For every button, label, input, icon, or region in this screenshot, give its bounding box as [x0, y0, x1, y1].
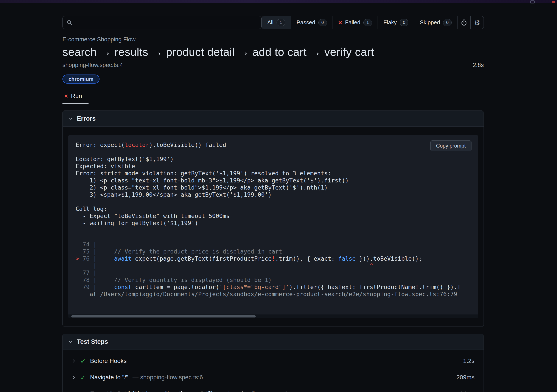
- failed-x-icon: ×: [338, 19, 342, 26]
- toolbar: All 1 Passed 0 × Failed 1 Flaky 0 Skippe…: [62, 16, 484, 29]
- search-icon: [66, 20, 73, 26]
- step-label: Before Hooks: [90, 358, 127, 364]
- step-duration: 209ms: [456, 374, 475, 381]
- errors-panel-body: Copy prompt Error: expect(locator).toBeV…: [63, 127, 483, 327]
- failed-x-icon: ×: [64, 93, 68, 99]
- check-icon: ✓: [80, 357, 86, 365]
- search-input[interactable]: [76, 19, 257, 26]
- filter-label: Failed: [345, 19, 360, 26]
- error-message: Error: expect(locator).toBeVisible() fai…: [76, 141, 471, 241]
- test-step-row[interactable]: ✓ Expect "toBeVisible" locator('input[na…: [63, 385, 483, 392]
- chevron-right-icon: [72, 359, 76, 363]
- filter-all[interactable]: All 1: [262, 16, 291, 29]
- errors-panel-title: Errors: [77, 115, 96, 122]
- timer-button[interactable]: [457, 16, 470, 29]
- chevron-down-icon: [68, 339, 73, 344]
- filter-skipped[interactable]: Skipped 0: [414, 16, 457, 29]
- breadcrumb-suite-name[interactable]: E-commerce Shopping Flow: [62, 36, 484, 43]
- filter-label: All: [267, 19, 274, 26]
- filter-failed[interactable]: × Failed 1: [333, 16, 377, 29]
- test-step-row[interactable]: ✓ Navigate to "/" — shopping-flow.spec.t…: [63, 369, 483, 385]
- copy-prompt-button[interactable]: Copy prompt: [430, 140, 472, 151]
- errors-panel-header[interactable]: Errors: [63, 111, 483, 127]
- step-label: Expect "toBeVisible" locator('input[name…: [90, 390, 213, 392]
- report-page: All 1 Passed 0 × Failed 1 Flaky 0 Skippe…: [62, 16, 484, 392]
- error-code-snippet: 74 | 75 | // Verify the product price is…: [76, 241, 471, 298]
- search-input-container[interactable]: [62, 16, 262, 29]
- test-steps-panel-header[interactable]: Test Steps: [63, 334, 483, 350]
- filter-count-badge: 1: [277, 19, 285, 26]
- gear-icon: ⚙: [474, 18, 480, 27]
- error-output-block: Copy prompt Error: expect(locator).toBeV…: [68, 135, 478, 318]
- step-duration: 24ms: [460, 390, 475, 392]
- step-duration: 1.2s: [463, 358, 475, 364]
- filter-tabs: All 1 Passed 0 × Failed 1 Flaky 0 Skippe…: [262, 16, 484, 29]
- test-file-location: shopping-flow.spec.ts:4: [62, 62, 123, 68]
- window-title-bar: [0, 0, 557, 3]
- test-meta-row: shopping-flow.spec.ts:4 2.8s: [62, 62, 484, 68]
- test-steps-panel-title: Test Steps: [77, 338, 108, 345]
- filter-count-badge: 0: [400, 19, 408, 26]
- tab-run-label: Run: [71, 93, 82, 99]
- test-title: search → results → product detail → add …: [62, 45, 484, 58]
- test-steps-list: ✓ Before Hooks 1.2s ✓ Navigate to "/" — …: [63, 350, 483, 392]
- filter-count-badge: 1: [363, 19, 372, 26]
- filter-label: Flaky: [383, 19, 397, 26]
- filter-label: Passed: [297, 19, 315, 26]
- horizontal-scrollbar-thumb[interactable]: [71, 315, 256, 318]
- filter-count-badge: 0: [318, 19, 327, 26]
- horizontal-scrollbar[interactable]: [68, 314, 478, 318]
- errors-panel: Errors Copy prompt Error: expect(locator…: [62, 110, 484, 327]
- chevron-down-icon: [68, 116, 73, 121]
- window-control-icon[interactable]: [530, 0, 535, 3]
- chevron-right-icon: [72, 375, 76, 380]
- browser-project-badge[interactable]: chromium: [62, 74, 99, 84]
- check-icon: ✓: [80, 374, 86, 381]
- filter-label: Skipped: [420, 19, 440, 26]
- settings-button[interactable]: ⚙: [470, 16, 483, 29]
- filter-flaky[interactable]: Flaky 0: [377, 16, 414, 29]
- stopwatch-icon: [460, 19, 467, 26]
- filter-count-badge: 0: [443, 19, 452, 26]
- test-steps-panel: Test Steps ✓ Before Hooks 1.2s ✓ Navigat…: [62, 334, 484, 392]
- recording-indicator-icon: [552, 1, 555, 3]
- test-step-row[interactable]: ✓ Before Hooks 1.2s: [63, 353, 483, 369]
- step-location: — shopping-flow.spec.ts:9: [218, 390, 288, 392]
- step-label: Navigate to "/": [90, 374, 128, 381]
- test-duration: 2.8s: [473, 62, 484, 68]
- tab-run[interactable]: × Run: [62, 91, 89, 104]
- filter-passed[interactable]: Passed 0: [291, 16, 333, 29]
- step-location: — shopping-flow.spec.ts:6: [132, 374, 203, 381]
- check-icon: ✓: [80, 390, 86, 392]
